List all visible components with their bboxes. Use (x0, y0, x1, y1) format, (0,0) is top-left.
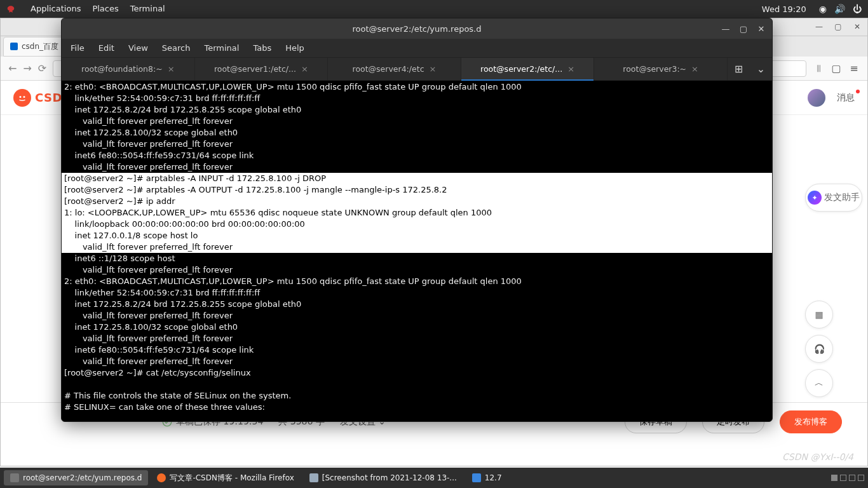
assistant-icon: ✦ (808, 191, 822, 205)
svg-point-1 (24, 96, 25, 98)
power-icon[interactable]: ⏻ (853, 4, 862, 14)
library-icon[interactable]: ⫴ (813, 62, 824, 74)
tab-close-icon[interactable]: × (691, 64, 698, 74)
tab-close-icon[interactable]: × (168, 64, 175, 74)
volume-icon[interactable]: 🔊 (834, 4, 845, 14)
browser-tab[interactable]: csdn_百度 (3, 37, 65, 57)
forward-button[interactable]: → (23, 62, 31, 74)
menu-places[interactable]: Places (92, 4, 118, 14)
image-task-icon (309, 473, 318, 482)
terminal-tab[interactable]: root@foundation8:~× (62, 58, 195, 80)
terminal-task-icon (10, 473, 19, 482)
publish-button[interactable]: 发布博客 (780, 410, 842, 433)
menu-file[interactable]: File (71, 43, 85, 53)
tab-menu-icon[interactable]: ⌄ (757, 63, 765, 75)
terminal-line: inet6 ::1/128 scope host (62, 253, 772, 264)
back-button[interactable]: ← (8, 62, 17, 74)
firefox-task-icon (157, 473, 166, 482)
menu-help[interactable]: Help (285, 43, 304, 53)
terminal-tab[interactable]: root@server1:/etc/...× (195, 58, 329, 80)
terminal-body[interactable]: 2: eth0: <BROADCAST,MULTICAST,UP,LOWER_U… (62, 81, 772, 421)
task-terminal[interactable]: root@server2:/etc/yum.repos.d (4, 470, 148, 485)
terminal-line: valid_lft forever preferred_lft forever (62, 333, 772, 344)
terminal-line: # This file controls the state of SELinu… (62, 390, 772, 402)
menu-search[interactable]: Search (162, 43, 191, 53)
float-sidebar: ✦ 发文助手 ▦ 🎧 ︿ (805, 184, 862, 397)
terminal-line: inet 127.0.0.1/8 scope host lo (62, 230, 772, 241)
close-icon[interactable]: ✕ (852, 22, 862, 32)
terminal-line: link/ether 52:54:00:59:c7:31 brd ff:ff:f… (62, 287, 772, 299)
menu-terminal[interactable]: Terminal (130, 4, 165, 14)
tab-close-icon[interactable]: × (567, 64, 574, 74)
terminal-line: inet 172.25.8.2/24 brd 172.25.8.255 scop… (62, 104, 772, 116)
tab-close-icon[interactable]: × (430, 64, 437, 74)
workspace-4[interactable] (858, 475, 864, 481)
task-screenshot[interactable]: [Screenshot from 2021-12-08 13-... (303, 470, 463, 485)
gnome-bottombar: root@server2:/etc/yum.repos.d 写文章-CSDN博客… (0, 468, 868, 488)
chevron-up-icon: ︿ (815, 377, 824, 389)
activities-hat-icon[interactable] (6, 4, 19, 14)
terminal-line: inet6 fe80::5054:ff:fe59:c731/64 scope l… (62, 150, 772, 161)
workspace-2[interactable] (840, 475, 846, 481)
menu-view[interactable]: View (128, 43, 148, 53)
headset-icon: 🎧 (814, 344, 825, 354)
doc-task-icon (472, 473, 481, 482)
tab-close-icon[interactable]: × (301, 64, 308, 74)
terminal-tab-label: root@server4:/etc (353, 64, 424, 74)
workspace-1[interactable] (831, 475, 837, 481)
minimize-icon[interactable]: — (814, 22, 824, 32)
watermark: CSDN @YxI--0/4 (782, 452, 853, 462)
terminal-line: valid_lft forever preferred_lft forever (62, 139, 772, 150)
maximize-icon[interactable]: ▢ (833, 22, 843, 32)
csdn-brand: CSD (35, 91, 62, 104)
messages-link[interactable]: 消息 (837, 92, 855, 104)
terminal-tab[interactable]: root@server3:~× (594, 58, 728, 80)
terminal-line: inet 172.25.8.100/32 scope global eth0 (62, 127, 772, 139)
menu-edit[interactable]: Edit (98, 43, 114, 53)
workspace-switcher[interactable] (831, 475, 864, 481)
terminal-tab[interactable]: root@server4:/etc× (328, 58, 461, 80)
terminal-tabs: root@foundation8:~×root@server1:/etc/...… (62, 58, 772, 81)
terminal-line: inet6 fe80::5054:ff:fe59:c731/64 scope l… (62, 344, 772, 356)
terminal-tab[interactable]: root@server2:/etc/...× (461, 58, 595, 80)
workspace-3[interactable] (849, 475, 855, 481)
avatar[interactable] (808, 89, 825, 107)
gnome-topbar: Applications Places Terminal Wed 19:20 ◉… (0, 0, 868, 18)
sidebar-icon[interactable]: ▢ (831, 62, 842, 74)
terminal-line: 1: lo: <LOOPBACK,UP,LOWER_UP> mtu 65536 … (62, 207, 772, 219)
task-document[interactable]: 12.7 (466, 470, 508, 485)
scroll-top-button[interactable]: ︿ (805, 369, 833, 397)
favicon-icon (10, 43, 18, 50)
gnome-terminal-window: root@server2:/etc/yum.repos.d — ▢ ✕ File… (61, 18, 773, 422)
writing-assistant-button[interactable]: ✦ 发文助手 (805, 184, 862, 212)
terminal-titlebar[interactable]: root@server2:/etc/yum.repos.d — ▢ ✕ (62, 18, 772, 39)
qrcode-icon: ▦ (815, 309, 823, 320)
qrcode-button[interactable]: ▦ (805, 301, 833, 329)
menu-tabs[interactable]: Tabs (253, 43, 271, 53)
menu-terminal-m[interactable]: Terminal (204, 43, 239, 53)
reload-button[interactable]: ⟳ (38, 62, 46, 74)
terminal-line: 2: eth0: <BROADCAST,MULTICAST,UP,LOWER_U… (62, 276, 772, 287)
terminal-line: valid_lft forever preferred_lft forever (62, 264, 772, 276)
new-tab-icon[interactable]: ⊞ (735, 63, 743, 75)
terminal-minimize-icon[interactable]: — (720, 23, 731, 34)
csdn-mascot-icon (13, 89, 31, 107)
support-button[interactable]: 🎧 (805, 335, 833, 363)
csdn-logo[interactable]: CSD (13, 89, 62, 107)
terminal-line: valid_lft forever preferred_lft forever (62, 310, 772, 322)
menu-icon[interactable]: ≡ (848, 62, 860, 74)
svg-point-0 (20, 96, 22, 98)
menu-applications[interactable]: Applications (31, 4, 81, 14)
terminal-close-icon[interactable]: ✕ (756, 23, 767, 34)
terminal-line: inet 172.25.8.100/32 scope global eth0 (62, 322, 772, 333)
terminal-line: [root@server2 ~]# arptables -A INPUT -d … (62, 173, 772, 184)
terminal-maximize-icon[interactable]: ▢ (738, 23, 749, 34)
clock[interactable]: Wed 19:20 (165, 4, 819, 14)
task-firefox[interactable]: 写文章-CSDN博客 - Mozilla Firefox (151, 470, 300, 485)
terminal-line: link/loopback 00:00:00:00:00:00 brd 00:0… (62, 219, 772, 230)
wifi-icon[interactable]: ◉ (819, 4, 827, 14)
terminal-title: root@server2:/etc/yum.repos.d (352, 24, 481, 34)
terminal-tab-label: root@server2:/etc/... (480, 64, 562, 74)
terminal-line: valid_lft forever preferred_lft forever (62, 241, 772, 253)
terminal-line: inet 172.25.8.2/24 brd 172.25.8.255 scop… (62, 299, 772, 310)
